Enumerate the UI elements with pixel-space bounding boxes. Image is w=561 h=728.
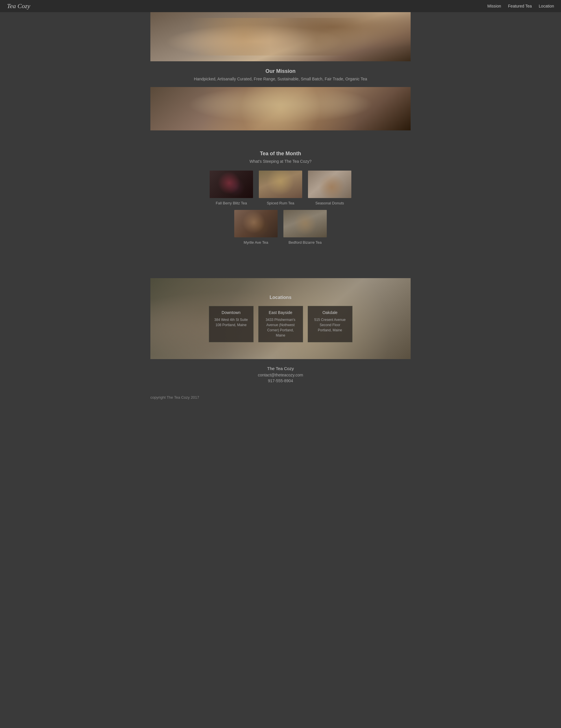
spacer-2 <box>150 258 411 272</box>
tea-name-seasonal-donuts: Seasonal Donuts <box>315 201 344 205</box>
hero-image <box>150 12 411 61</box>
tea-item-spiced-rum: Spiced Rum Tea <box>259 171 302 205</box>
featured-title: Tea of the Month <box>150 151 411 157</box>
navbar: Tea Cozy Mission Featured Tea Location <box>0 0 561 12</box>
location-address-downtown: 384 West 4th St Suite 108 Portland, Main… <box>214 317 249 328</box>
location-name-oakdale: Oakdale <box>313 310 348 315</box>
locations-overlay: Locations Downtown 384 West 4th St Suite… <box>150 278 411 359</box>
location-address-oakdale: 515 Cresent Avenue Second Floor Portland… <box>313 317 348 333</box>
footer-contact: The Tea Cozy contact@theteacozy.com 917-… <box>150 359 411 386</box>
tea-name-bedford-bizarre: Bedford Bizarre Tea <box>289 240 322 245</box>
location-image: Locations Downtown 384 West 4th St Suite… <box>150 278 411 359</box>
copyright-section: copyright The Tea Cozy 2017 <box>150 386 411 404</box>
tea-item-bedford-bizarre: Bedford Bizarre Tea <box>283 210 327 245</box>
mission-subtitle: Handpicked, Artisanally Curated, Free Ra… <box>150 77 411 81</box>
tea-image-spiced-rum <box>259 171 302 198</box>
mission-title: Our Mission <box>150 68 411 74</box>
footer-company-name: The Tea Cozy <box>150 366 411 371</box>
featured-tea-section: Tea of the Month What's Steeping at The … <box>150 145 411 258</box>
mission-image <box>150 87 411 130</box>
tea-name-spiced-rum: Spiced Rum Tea <box>267 201 294 205</box>
nav-link-location[interactable]: Location <box>539 4 554 8</box>
location-card-oakdale: Oakdale 515 Cresent Avenue Second Floor … <box>308 306 353 342</box>
spacer-1 <box>150 130 411 145</box>
tea-item-fall-berry: Fall Berry Blitz Tea <box>210 171 253 205</box>
tea-item-seasonal-donuts: Seasonal Donuts <box>308 171 351 205</box>
location-address-east-bayside: 3433 Phisherman's Avenue (Nothwest Corne… <box>263 317 298 338</box>
location-card-east-bayside: East Bayside 3433 Phisherman's Avenue (N… <box>258 306 303 342</box>
tea-row-2: Myrtle Ave Tea Bedford Bizarre Tea <box>150 210 411 245</box>
nav-link-mission[interactable]: Mission <box>487 4 501 8</box>
footer-phone: 917-555-8904 <box>150 378 411 383</box>
footer-email: contact@theteacozy.com <box>150 373 411 377</box>
location-name-east-bayside: East Bayside <box>263 310 298 315</box>
tea-image-bedford-bizarre <box>283 210 327 237</box>
copyright-text: copyright The Tea Cozy 2017 <box>150 395 199 400</box>
tea-name-fall-berry: Fall Berry Blitz Tea <box>216 201 247 205</box>
location-section: Locations Downtown 384 West 4th St Suite… <box>150 278 411 359</box>
hero-image-inner <box>150 12 411 61</box>
featured-subtitle: What's Steeping at The Tea Cozy? <box>150 159 411 164</box>
tea-image-fall-berry <box>210 171 253 198</box>
locations-title: Locations <box>270 295 291 300</box>
tea-row-1: Fall Berry Blitz Tea Spiced Rum Tea Seas… <box>150 171 411 205</box>
nav-link-featured-tea[interactable]: Featured Tea <box>508 4 532 8</box>
location-card-downtown: Downtown 384 West 4th St Suite 108 Portl… <box>209 306 254 342</box>
site-logo[interactable]: Tea Cozy <box>7 2 30 10</box>
tea-image-myrtle-ave <box>234 210 278 237</box>
mission-section: Our Mission Handpicked, Artisanally Cura… <box>150 61 411 87</box>
tea-item-myrtle-ave: Myrtle Ave Tea <box>234 210 278 245</box>
tea-name-myrtle-ave: Myrtle Ave Tea <box>244 240 268 245</box>
location-name-downtown: Downtown <box>214 310 249 315</box>
nav-links: Mission Featured Tea Location <box>487 4 554 8</box>
location-cards: Downtown 384 West 4th St Suite 108 Portl… <box>209 306 353 342</box>
tea-image-seasonal-donuts <box>308 171 351 198</box>
